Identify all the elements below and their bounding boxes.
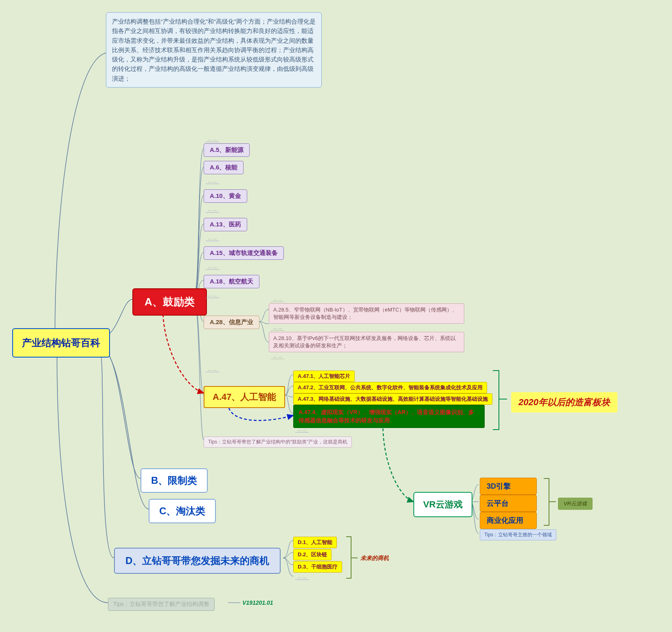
node-a28-10: A.28.10、基于IPv6的下一代互联网技术研发及服务，网络设备、芯片、系统以… bbox=[269, 332, 464, 352]
tips-a: Tips：立钻哥哥带您了解产业结构中的“鼓励类”产业，这就是商机 bbox=[204, 437, 352, 448]
node-a5[interactable]: A.5、新能源 bbox=[204, 143, 250, 157]
node-a47-3: A.47.3、网络基础设施、大数据基础设施、高效能计算基础设施等智能化基础设施 bbox=[293, 393, 492, 405]
node-d1[interactable]: D.1、人工智能 bbox=[293, 537, 337, 548]
dots: ... ... bbox=[295, 427, 309, 432]
vr-main[interactable]: VR云游戏 bbox=[413, 492, 472, 517]
category-b[interactable]: B、限制类 bbox=[141, 468, 208, 493]
tips-bottom: Tips：立钻哥哥带您了解产业结构调整 bbox=[108, 598, 215, 611]
node-a28[interactable]: A.28、信息产业 bbox=[204, 316, 259, 329]
dots: ... ... bbox=[295, 574, 309, 580]
dots: ... ... bbox=[206, 207, 219, 213]
node-a47-2: A.47.2、工业互联网、公共系统、数字化软件、智能装备系统集成化技术及应用 bbox=[293, 382, 487, 393]
node-a13[interactable]: A.13、医药 bbox=[204, 218, 247, 231]
dots: ... ... bbox=[271, 353, 284, 359]
node-d2[interactable]: D.2、区块链 bbox=[293, 549, 332, 560]
node-a15[interactable]: A.15、城市轨道交通装备 bbox=[204, 246, 284, 260]
vr-commercial[interactable]: 商业化应用 bbox=[480, 512, 537, 529]
node-d3[interactable]: D.3、干细胞医疗 bbox=[293, 561, 342, 573]
dots: ... ... bbox=[206, 235, 219, 241]
version-label: V191201.01 bbox=[242, 599, 273, 606]
dots: ... ... bbox=[271, 325, 284, 331]
vr-label: VR云游戏 bbox=[558, 498, 593, 510]
rich-label: 2020年以后的造富板块 bbox=[511, 392, 617, 413]
dots: ... ... bbox=[206, 178, 219, 184]
node-a6[interactable]: A.6、核能 bbox=[204, 161, 244, 174]
root-node[interactable]: 产业结构钻哥百科 bbox=[12, 328, 110, 358]
future-label: 未来的商机 bbox=[360, 555, 389, 562]
vr-3d-engine[interactable]: 3D引擎 bbox=[480, 478, 537, 495]
node-a10[interactable]: A.10、黄金 bbox=[204, 189, 247, 203]
node-a18[interactable]: A.18、航空航天 bbox=[204, 275, 259, 288]
dots: ... ... bbox=[206, 292, 219, 298]
description-box: 产业结构调整包括“产业结构合理化”和“高级化”两个方面；产业结构合理化是指各产业… bbox=[106, 12, 322, 88]
node-a47-4: A.47.4、虚拟现实（VR）、增强现实（AR）、语音语义图像识别、多传感器信息… bbox=[293, 405, 485, 428]
node-a28-5: A.28.5、窄带物联网（NB-IoT）、宽带物联网（eMTC）等物联网（传感网… bbox=[269, 303, 464, 324]
vr-tips: Tips：立钻哥哥主推的一个领域 bbox=[480, 529, 556, 540]
category-d[interactable]: D、立钻哥哥带您发掘未来的商机 bbox=[114, 548, 281, 574]
dots: ... ... bbox=[206, 366, 219, 372]
category-c[interactable]: C、淘汰类 bbox=[149, 499, 216, 523]
dots: ... ... bbox=[206, 136, 219, 142]
category-a[interactable]: A、鼓励类 bbox=[132, 288, 207, 316]
dots: ... ... bbox=[271, 296, 284, 302]
dots: ... ... bbox=[206, 264, 219, 270]
node-a47[interactable]: A.47、人工智能 bbox=[204, 386, 285, 408]
vr-cloud-platform[interactable]: 云平台 bbox=[480, 495, 537, 512]
node-a47-1: A.47.1、人工智能芯片 bbox=[293, 371, 355, 382]
